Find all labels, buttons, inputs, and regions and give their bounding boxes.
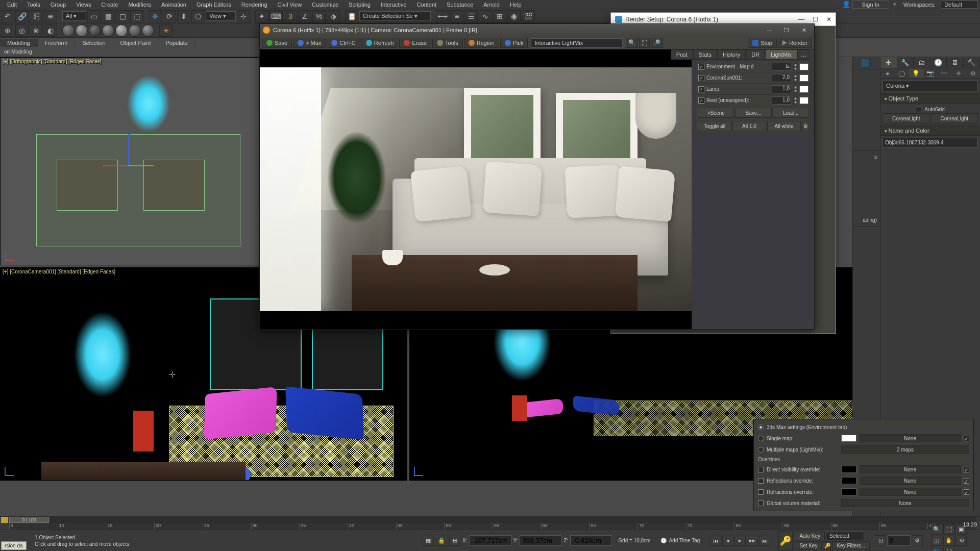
time-ruler[interactable]: 5 10 15 20 25 30 35 40 45 50 55 60 65 70…: [9, 523, 976, 530]
material-editor-button[interactable]: ◉: [507, 10, 521, 22]
map-slot-global[interactable]: None: [841, 499, 969, 507]
move-button[interactable]: ✥: [149, 10, 162, 22]
time-slider-thumb[interactable]: 0 / 100: [9, 517, 49, 523]
lm-load-button[interactable]: Load...: [773, 108, 809, 118]
vfb-tools-button[interactable]: Tools: [432, 38, 463, 48]
ribbon-tab-selection[interactable]: Selection: [75, 39, 113, 47]
check-refr-override[interactable]: [758, 489, 764, 495]
viewport-orthographic[interactable]: [+] [Orthographic] [Standard] [Edged Fac…: [0, 57, 259, 265]
vfb-zoom-fit-button[interactable]: ⛶: [639, 38, 650, 48]
abs-rel-button[interactable]: ⊞: [449, 536, 460, 546]
timeline-start-marker[interactable]: [1, 517, 8, 523]
vfb-refresh-button[interactable]: Refresh: [361, 38, 399, 48]
lm-color-rest[interactable]: [799, 97, 808, 104]
vfb-tab-lightmix[interactable]: LightMix: [765, 49, 797, 60]
vfb-region-button[interactable]: Region: [464, 38, 499, 48]
vfb-render-button[interactable]: Render: [778, 38, 812, 48]
key-target-dropdown[interactable]: Selected: [826, 532, 864, 540]
lm-spinner[interactable]: ▴▾: [793, 74, 797, 82]
lm-color-env[interactable]: [799, 63, 808, 70]
object-name-input[interactable]: [883, 138, 978, 147]
menu-group[interactable]: Group: [45, 1, 71, 9]
lock-icon[interactable]: [861, 59, 870, 68]
vp-nav-pan[interactable]: ✋: [943, 536, 954, 546]
lm-save-button[interactable]: Save...: [735, 108, 771, 118]
curve-editor-button[interactable]: ∿: [479, 10, 492, 22]
tool-btn-1[interactable]: ⊕: [1, 24, 14, 37]
snap-toggle-button[interactable]: 3: [284, 10, 297, 22]
link-button[interactable]: 🔗: [15, 10, 29, 22]
menu-tools[interactable]: Tools: [22, 1, 45, 9]
lm-check-sun[interactable]: ✓: [698, 75, 704, 81]
unlink-button[interactable]: ⛓: [30, 10, 43, 22]
lm-val-env[interactable]: tz: [772, 63, 791, 71]
material-sphere-3[interactable]: [89, 24, 101, 37]
lm-toggleall-button[interactable]: Toggle all: [698, 121, 731, 131]
obj-type-coronalight2[interactable]: CoronaLight: [931, 113, 978, 123]
vfb-ctrlc-button[interactable]: Ctrl+C: [327, 38, 360, 48]
cmd-sub-systems[interactable]: ⚙: [966, 68, 980, 78]
goto-start-button[interactable]: ⏮: [710, 536, 721, 546]
next-frame-button[interactable]: ▸▸: [747, 536, 758, 546]
cmd-tab-create[interactable]: ✚: [880, 57, 897, 68]
vfb-mode-dropdown[interactable]: Interactive LightMix: [531, 38, 623, 47]
time-slider-track[interactable]: 0 / 100: [9, 517, 976, 523]
schematic-button[interactable]: ⊞: [493, 10, 506, 22]
bind-button[interactable]: ≋: [44, 10, 57, 22]
radio-single-map[interactable]: [758, 436, 764, 441]
cmd-tab-motion[interactable]: 🕐: [930, 57, 947, 68]
vp-nav-zoomall[interactable]: ⛶: [943, 524, 954, 535]
material-sphere-6[interactable]: [129, 24, 141, 37]
radio-multi-maps[interactable]: [758, 447, 764, 453]
lm-check-env[interactable]: ✓: [698, 64, 704, 70]
keyboard-shortcut-button[interactable]: ⌨: [270, 10, 283, 22]
time-config-button[interactable]: ⚙: [912, 535, 923, 545]
setkey-button[interactable]: Set Key: [795, 541, 822, 550]
map-slot-single[interactable]: None: [860, 434, 961, 442]
play-button[interactable]: ▸: [734, 536, 746, 546]
vfb-tomax-button[interactable]: > Max: [293, 38, 326, 48]
rollout-name-color[interactable]: Name and Color: [880, 126, 980, 136]
vfb-zoom-out-button[interactable]: 🔎: [651, 38, 663, 48]
obj-type-coronalight[interactable]: CoronaLight: [883, 113, 930, 123]
check-single-map[interactable]: ✓: [964, 436, 969, 441]
dropdown-arrow-icon[interactable]: ▾: [891, 1, 898, 8]
lm-spinner[interactable]: ▴▾: [793, 97, 797, 104]
rotate-button[interactable]: ⟳: [163, 10, 176, 22]
menu-animation[interactable]: Animation: [156, 1, 191, 9]
swatch-refl[interactable]: [841, 477, 856, 484]
vp-nav-walk[interactable]: 👣: [931, 547, 942, 552]
vfb-erase-button[interactable]: Erase: [399, 38, 431, 48]
tool-btn-4[interactable]: ◐: [44, 24, 57, 37]
cmd-sub-cameras[interactable]: 📷: [923, 68, 938, 78]
viewport-label-camera[interactable]: [+] [CoronaCamera001] [Standard] [Edged …: [3, 269, 115, 274]
autokey-button[interactable]: Auto Key: [795, 532, 825, 540]
window-crossing-button[interactable]: ⬚: [130, 10, 143, 22]
lm-val-rest[interactable]: 1,0: [772, 96, 791, 105]
vp-nav-maximize[interactable]: ⛶: [943, 547, 954, 552]
add-time-tag[interactable]: Add Time Tag: [669, 538, 700, 543]
keyfilters-button[interactable]: Key Filters...: [832, 541, 870, 550]
vp-nav-zoom[interactable]: 🔍: [931, 524, 942, 535]
material-sphere-2[interactable]: [76, 24, 88, 37]
autogrid-checkbox[interactable]: [916, 107, 921, 112]
vfb-pick-button[interactable]: Pick: [500, 38, 528, 48]
key-mode-button[interactable]: 🔑: [778, 531, 793, 550]
menu-edit[interactable]: Edit: [2, 1, 22, 9]
vfb-tab-stats[interactable]: Stats: [693, 49, 717, 60]
cmd-tab-hierarchy[interactable]: 🗂: [914, 57, 930, 68]
nav-btn-1[interactable]: ⊡: [875, 535, 886, 545]
layers-button[interactable]: ☰: [464, 10, 478, 22]
lm-val-sun[interactable]: 2,0: [772, 74, 791, 82]
scale-button[interactable]: ⬍: [177, 10, 190, 22]
named-selset-button[interactable]: 📋: [345, 10, 358, 22]
material-sphere-7[interactable]: [142, 24, 154, 37]
undo-button[interactable]: ↶: [1, 10, 14, 22]
maximize-icon[interactable]: ☐: [782, 27, 791, 34]
percent-snap-button[interactable]: %: [312, 10, 326, 22]
lm-check-rest[interactable]: ✓: [698, 97, 704, 104]
menu-views[interactable]: Views: [71, 1, 96, 9]
swatch-single-map[interactable]: [841, 435, 856, 442]
lm-spinner[interactable]: ▴▾: [793, 86, 797, 93]
menu-civilview[interactable]: Civil View: [273, 1, 307, 9]
